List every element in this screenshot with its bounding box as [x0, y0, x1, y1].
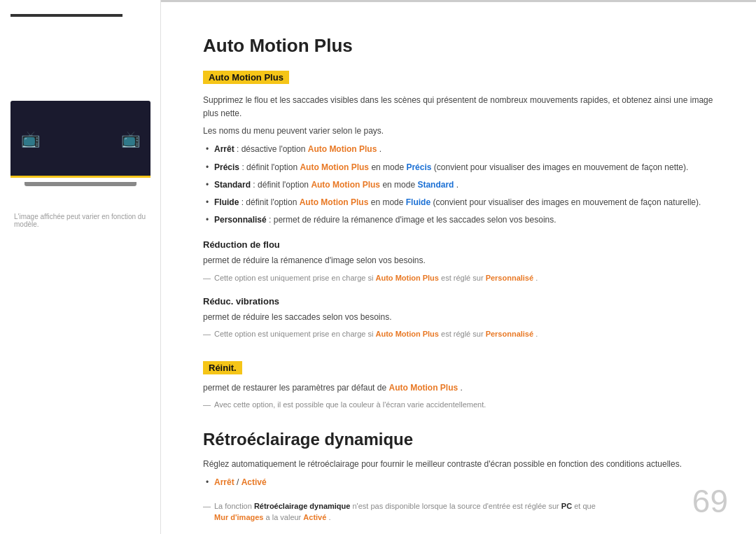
- menu-note: Les noms du menu peuvent varier selon le…: [203, 126, 714, 136]
- page-title: Auto Motion Plus: [203, 35, 714, 57]
- option-arret: Arrêt: [214, 144, 234, 154]
- option-precis: Précis: [214, 162, 239, 172]
- option-standard: Standard: [214, 180, 251, 190]
- retro-desc: Réglez automatiquement le rétroéclairage…: [203, 458, 714, 471]
- reinit-desc: permet de restaurer les paramètres par d…: [203, 381, 714, 395]
- reinit-label: Réinit.: [203, 361, 242, 374]
- reduc-vibrations-footnote: Cette option est uniquement prise en cha…: [203, 328, 714, 340]
- option-fluide: Fluide: [214, 197, 239, 207]
- list-item: Fluide : définit l'option Auto Motion Pl…: [203, 196, 714, 209]
- main-content: Auto Motion Plus Auto Motion Plus Suppri…: [161, 0, 756, 534]
- main-description: Supprimez le flou et les saccades visibl…: [203, 94, 714, 120]
- option-personnalise: Personnalisé: [214, 215, 267, 225]
- list-item: Standard : définit l'option Auto Motion …: [203, 178, 714, 192]
- retro-options-list: Arrêt / Activé: [203, 476, 714, 489]
- reduction-flou-footnote: Cette option est uniquement prise en cha…: [203, 272, 714, 284]
- retro-title: Rétroéclairage dynamique: [203, 430, 714, 449]
- sidebar-note: L'image affichée peut varier en fonction…: [10, 213, 150, 228]
- options-list: Arrêt : désactive l'option Auto Motion P…: [203, 143, 714, 227]
- sidebar-image: 📺 📺: [10, 101, 150, 178]
- reduc-vibrations-title: Réduc. vibrations: [203, 296, 714, 307]
- list-item: Arrêt : désactive l'option Auto Motion P…: [203, 143, 714, 156]
- reinit-footnote: Avec cette option, il est possible que l…: [203, 399, 714, 411]
- reduction-flou-title: Réduction de flou: [203, 239, 714, 250]
- reduction-flou-desc: permet de réduire la rémanence d'image s…: [203, 254, 714, 267]
- sidebar-top-bar: [10, 14, 122, 17]
- list-item: Personnalisé : permet de réduire la réma…: [203, 213, 714, 227]
- list-item: Arrêt / Activé: [203, 476, 714, 489]
- list-item: Précis : définit l'option Auto Motion Pl…: [203, 161, 714, 174]
- highlight-label: Auto Motion Plus: [203, 71, 289, 84]
- sidebar: 📺 📺 L'image affichée peut varier en fonc…: [0, 0, 161, 534]
- retro-footnote: La fonction Rétroéclairage dynamique n'e…: [203, 500, 714, 524]
- reduc-vibrations-desc: permet de réduire les saccades selon vos…: [203, 311, 714, 324]
- page-number: 69: [692, 482, 728, 520]
- tv-icon-left: 📺: [21, 130, 40, 148]
- tv-icon-right: 📺: [121, 130, 140, 148]
